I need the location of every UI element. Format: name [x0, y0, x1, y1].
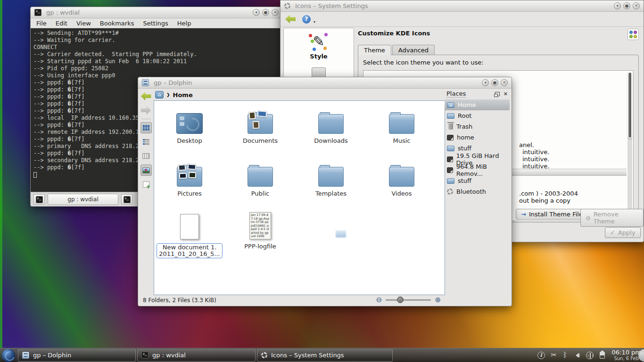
photo-thumbnail: [257, 110, 267, 117]
minimize-button[interactable]: ▾: [253, 9, 260, 16]
maximize-button[interactable]: ●: [262, 9, 269, 16]
menu-settings[interactable]: Settings: [143, 20, 168, 27]
file-item[interactable]: Videos: [369, 158, 435, 211]
places-item[interactable]: Root: [445, 110, 510, 121]
chevron-down-icon[interactable]: ▾: [314, 20, 315, 24]
remove-theme-button[interactable]: ⊘ Remove Theme: [580, 209, 644, 227]
close-button[interactable]: ✕: [272, 9, 279, 16]
info-icon[interactable]: i: [537, 352, 545, 359]
places-item[interactable]: ⌂Home: [445, 99, 510, 110]
back-button[interactable]: [285, 15, 296, 24]
task-label: gp – Dolphin: [33, 352, 71, 359]
breadcrumb-home[interactable]: Home: [173, 91, 193, 99]
maximize-button[interactable]: ●: [623, 2, 630, 9]
tab-theme[interactable]: Theme: [358, 45, 391, 55]
tab-advanced[interactable]: Advanced: [392, 45, 435, 55]
menu-file[interactable]: File: [36, 20, 47, 27]
file-item[interactable]: Templates: [298, 158, 364, 211]
file-item[interactable]: Documents: [227, 106, 293, 158]
file-item-icon: [227, 106, 293, 134]
file-item[interactable]: Downloads: [298, 106, 364, 158]
check-icon: ✓: [610, 229, 615, 236]
close-button[interactable]: ✕: [501, 79, 508, 86]
new-tab-button[interactable]: >_: [33, 194, 45, 205]
breadcrumb-separator: ❯: [166, 92, 170, 97]
minimize-button[interactable]: ▾: [482, 79, 489, 86]
dolphin-statusbar: 8 Folders, 2 Files (3.3 KiB): [138, 294, 512, 306]
taskbar-task[interactable]: >_gp : wvdial: [137, 349, 256, 362]
file-item[interactable]: New document 1.2011_01_20_16_5...: [157, 211, 223, 264]
new-tab-button-2[interactable]: >_: [121, 194, 132, 205]
apply-button[interactable]: ✓ Apply: [605, 227, 641, 238]
file-item[interactable]: Jan 17 09:4 7:18 gp-Asp ire-5738 pp pd[1…: [227, 211, 293, 264]
minimize-button[interactable]: ▾: [614, 2, 621, 9]
kickoff-launcher-icon[interactable]: [2, 349, 15, 362]
folder-home-icon: ⌂: [447, 102, 454, 108]
menu-edit[interactable]: Edit: [56, 20, 67, 27]
task-label: Icons – System Settings: [271, 352, 344, 359]
zoom-slider[interactable]: [386, 299, 431, 301]
columns-view-button[interactable]: [140, 150, 152, 162]
text-document-icon: Jan 17 09:4 7:18 gp-Asp ire-5738 pp pd[1…: [249, 212, 271, 239]
terminal-titlebar[interactable]: >_ gp : wvdial ▾ ● ✕: [31, 7, 282, 18]
volume-icon[interactable]: ): [573, 352, 580, 358]
dolphin-window: gp – Dolphin ▾ ● ✕ ⌂ ❯ Home DesktopDocum…: [138, 77, 512, 306]
file-item-label: Videos: [369, 190, 435, 197]
zoom-slider-handle[interactable]: [397, 296, 404, 303]
split-view-button[interactable]: [140, 179, 152, 190]
theme-list-text-fragment: intuitive.: [522, 156, 549, 163]
file-item-icon: [298, 158, 364, 187]
folder-with-previews-icon: [248, 114, 273, 134]
maximize-button[interactable]: ●: [491, 79, 498, 86]
back-button[interactable]: [140, 90, 152, 102]
menu-view[interactable]: View: [76, 20, 91, 27]
details-view-button[interactable]: [140, 136, 152, 148]
menu-bookmarks[interactable]: Bookmarks: [100, 20, 134, 27]
icons-view-button[interactable]: [140, 122, 152, 133]
places-item-label: Root: [458, 112, 471, 119]
detach-panel-icon[interactable]: [495, 92, 500, 96]
places-item[interactable]: Bluetooth: [445, 186, 510, 197]
dolphin-titlebar[interactable]: gp – Dolphin ▾ ● ✕: [138, 77, 512, 89]
terminal-line: CONNECT: [33, 44, 280, 51]
trash-icon: [448, 123, 453, 130]
zoom-in-icon[interactable]: ⊕: [435, 296, 441, 304]
file-item[interactable]: Music: [369, 106, 435, 158]
klipper-scissors-icon[interactable]: ✂: [551, 352, 557, 359]
sidebar-item-style[interactable]: Style: [284, 53, 354, 60]
desktop-icon: [176, 113, 203, 134]
forward-button[interactable]: [140, 105, 152, 116]
bluetooth-icon[interactable]: ᛒ: [563, 352, 567, 359]
icon-size-widget[interactable]: [627, 29, 639, 40]
battery-icon[interactable]: [600, 352, 605, 359]
file-view[interactable]: DesktopDocumentsDownloadsMusicPicturesPu…: [154, 100, 445, 295]
taskbar-task[interactable]: gp – Dolphin: [18, 349, 136, 362]
settings-titlebar[interactable]: Icons – System Settings ▾ ● ✕: [281, 0, 644, 12]
file-item[interactable]: Pictures: [157, 158, 223, 211]
preview-toggle-button[interactable]: [140, 165, 152, 176]
help-icon[interactable]: ?: [302, 15, 311, 24]
folder-icon: [447, 146, 454, 151]
terminal-tab[interactable]: gp : wvdial: [48, 194, 118, 205]
places-item[interactable]: home: [445, 132, 510, 143]
zoom-out-icon[interactable]: ⊖: [376, 296, 382, 304]
file-item-icon: [157, 106, 223, 134]
places-item-label: Trash: [456, 123, 472, 130]
style-icon[interactable]: ✎: [309, 33, 329, 52]
close-panel-icon[interactable]: ✕: [504, 91, 508, 97]
places-header[interactable]: Places: [446, 90, 466, 98]
taskbar-task[interactable]: Icons – System Settings: [257, 349, 393, 362]
file-item-label: Documents: [227, 138, 293, 144]
file-item[interactable]: Desktop: [157, 106, 223, 158]
file-item[interactable]: Public: [227, 158, 293, 211]
places-item-label: stuff: [458, 177, 471, 184]
close-button[interactable]: ✕: [633, 2, 640, 9]
home-icon[interactable]: ⌂: [155, 91, 164, 99]
usb-device-icon[interactable]: [586, 352, 594, 359]
places-item[interactable]: Trash: [445, 121, 510, 132]
places-item[interactable]: 964.8 MiB Remov...: [445, 165, 510, 175]
menu-help[interactable]: Help: [177, 20, 191, 27]
scrollbar[interactable]: [627, 72, 632, 220]
scrollbar-thumb[interactable]: [627, 72, 632, 139]
folder-icon: [389, 114, 414, 134]
